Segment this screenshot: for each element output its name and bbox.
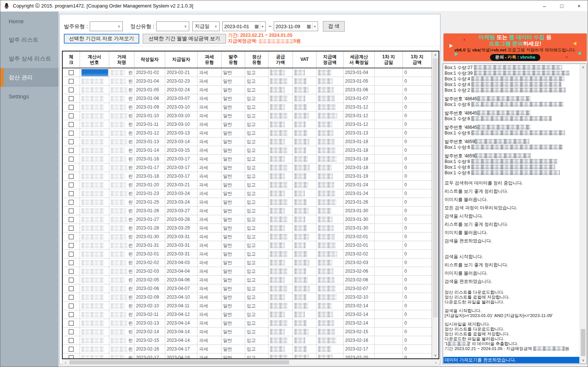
- cell-invoice-no[interactable]: [80, 310, 109, 319]
- cell-invoice-no[interactable]: [80, 284, 109, 293]
- cell-invoice-no[interactable]: [80, 258, 109, 267]
- cell-supply-amount: [268, 302, 293, 310]
- scroll-left-icon[interactable]: ‹: [62, 359, 69, 365]
- cell-invoice-no[interactable]: [80, 319, 109, 327]
- cell-invoice-no[interactable]: [80, 276, 109, 284]
- row-checkbox[interactable]: [69, 96, 74, 101]
- cell-invoice-no[interactable]: [80, 345, 109, 353]
- cell-invoice-no[interactable]: [80, 112, 109, 120]
- row-checkbox[interactable]: [69, 355, 74, 359]
- scrollbar-thumb[interactable]: [433, 58, 438, 317]
- cell-invoice-no[interactable]: [80, 293, 109, 301]
- cell-invoice-no[interactable]: [80, 137, 109, 146]
- cell-invoice-no[interactable]: [80, 172, 109, 180]
- cell-invoice-no[interactable]: [80, 181, 109, 189]
- date-from-picker[interactable]: 2023-01-01 ▦▼: [222, 21, 266, 31]
- row-checkbox[interactable]: [69, 286, 74, 291]
- date-to-picker[interactable]: 2023-11-09 ▦▼: [274, 21, 318, 31]
- row-checkbox[interactable]: [69, 243, 74, 248]
- cell-invoice-no[interactable]: [80, 198, 109, 206]
- row-checkbox[interactable]: [69, 312, 74, 317]
- log-status-selected[interactable]: 데이터 가져오기를 완료하였습니다.: [443, 357, 579, 363]
- row-checkbox[interactable]: [69, 131, 74, 136]
- cell-invoice-no[interactable]: [80, 250, 109, 258]
- cell-invoice-no[interactable]: [80, 86, 109, 94]
- cell-invoice-no[interactable]: [80, 224, 109, 232]
- row-checkbox[interactable]: [69, 234, 74, 239]
- sidebar-item-settings[interactable]: Settings: [0, 87, 59, 106]
- cell-invoice-no[interactable]: [80, 336, 109, 344]
- cell-invoice-no[interactable]: [80, 189, 109, 198]
- blurred-value: [318, 268, 333, 274]
- scrollbar-thumb[interactable]: [69, 360, 289, 364]
- row-checkbox[interactable]: [69, 226, 74, 231]
- fetch-period-data-button[interactable]: 선택한 기간의 자료 가져오기: [64, 34, 139, 44]
- row-checkbox[interactable]: [69, 208, 74, 213]
- scroll-up-icon[interactable]: ∧: [432, 51, 439, 58]
- cell-invoice-no[interactable]: [80, 233, 109, 241]
- row-checkbox[interactable]: [69, 329, 74, 334]
- sidebar-item-home[interactable]: Home: [0, 12, 59, 30]
- search-button[interactable]: 검 색: [323, 21, 345, 32]
- ad-banner[interactable]: 마케팅 또는 웹 데이터 수집 등 프로그램 문의하세요! vb6.0 및 vb…: [443, 33, 587, 61]
- sidebar-item-settlement[interactable]: 정산 관리: [0, 68, 59, 87]
- row-checkbox[interactable]: [69, 191, 74, 196]
- table-horizontal-scrollbar[interactable]: ‹ ›: [62, 359, 439, 365]
- row-checkbox[interactable]: [69, 321, 74, 326]
- cell-invoice-no[interactable]: [80, 155, 109, 163]
- cell-invoice-no[interactable]: [80, 120, 109, 128]
- close-button[interactable]: ×: [570, 0, 588, 11]
- cell-invoice-no[interactable]: [80, 328, 109, 336]
- row-checkbox[interactable]: [69, 157, 74, 162]
- cell-invoice-no[interactable]: [80, 129, 109, 137]
- monthly-estimate-button[interactable]: 선택한 기간 월별 예상금액 보기: [143, 34, 226, 44]
- row-checkbox[interactable]: [69, 70, 74, 75]
- scroll-down-icon[interactable]: ∨: [580, 357, 586, 363]
- row-checkbox[interactable]: [69, 148, 74, 153]
- scroll-down-icon[interactable]: ∨: [432, 352, 439, 358]
- row-checkbox[interactable]: [69, 217, 74, 222]
- cell-invoice-no[interactable]: [80, 353, 109, 358]
- row-checkbox[interactable]: [69, 139, 74, 144]
- cell-invoice-no[interactable]: [80, 207, 109, 215]
- cell-invoice-no[interactable]: [80, 215, 109, 224]
- row-checkbox[interactable]: [69, 252, 74, 257]
- row-checkbox[interactable]: [69, 278, 74, 282]
- settle-type-select[interactable]: ∨: [156, 21, 189, 31]
- table-vertical-scrollbar[interactable]: ∧ ∨: [432, 51, 439, 358]
- row-checkbox[interactable]: [69, 174, 74, 179]
- row-checkbox[interactable]: [69, 122, 74, 127]
- row-checkbox[interactable]: [69, 304, 74, 308]
- scroll-right-icon[interactable]: ›: [433, 359, 439, 365]
- row-checkbox[interactable]: [69, 295, 74, 300]
- row-checkbox[interactable]: [69, 260, 74, 265]
- row-checkbox[interactable]: [69, 165, 74, 170]
- cell-invoice-no[interactable]: [80, 68, 109, 77]
- row-checkbox[interactable]: [69, 113, 74, 118]
- date-field-select[interactable]: 지급일∨: [192, 21, 220, 31]
- row-checkbox[interactable]: [69, 200, 74, 205]
- scrollbar-thumb[interactable]: [581, 329, 585, 356]
- sidebar-item-order-detail-list[interactable]: 발주 상세 리스트: [0, 49, 59, 68]
- row-checkbox[interactable]: [69, 338, 74, 343]
- cell-invoice-no[interactable]: [80, 241, 109, 249]
- minimize-button[interactable]: –: [536, 0, 553, 11]
- cell-invoice-no[interactable]: [80, 146, 109, 154]
- row-checkbox[interactable]: [69, 88, 74, 92]
- row-checkbox[interactable]: [69, 79, 74, 84]
- row-checkbox[interactable]: [69, 269, 74, 274]
- scroll-up-icon[interactable]: ∧: [580, 64, 586, 70]
- cell-invoice-no[interactable]: [80, 267, 109, 275]
- row-checkbox[interactable]: [69, 347, 74, 352]
- cell-invoice-no[interactable]: [80, 163, 109, 172]
- maximize-button[interactable]: □: [553, 0, 570, 11]
- cell-invoice-no[interactable]: [80, 94, 109, 103]
- cell-invoice-no[interactable]: [80, 302, 109, 310]
- cell-invoice-no[interactable]: [80, 77, 109, 85]
- log-vertical-scrollbar[interactable]: ∧ ∨: [580, 64, 586, 363]
- sidebar-item-order-list[interactable]: 발주 리스트: [0, 30, 59, 49]
- row-checkbox[interactable]: [69, 105, 74, 110]
- row-checkbox[interactable]: [69, 183, 74, 187]
- cell-invoice-no[interactable]: [80, 103, 109, 111]
- order-type-select[interactable]: ∨: [90, 21, 123, 31]
